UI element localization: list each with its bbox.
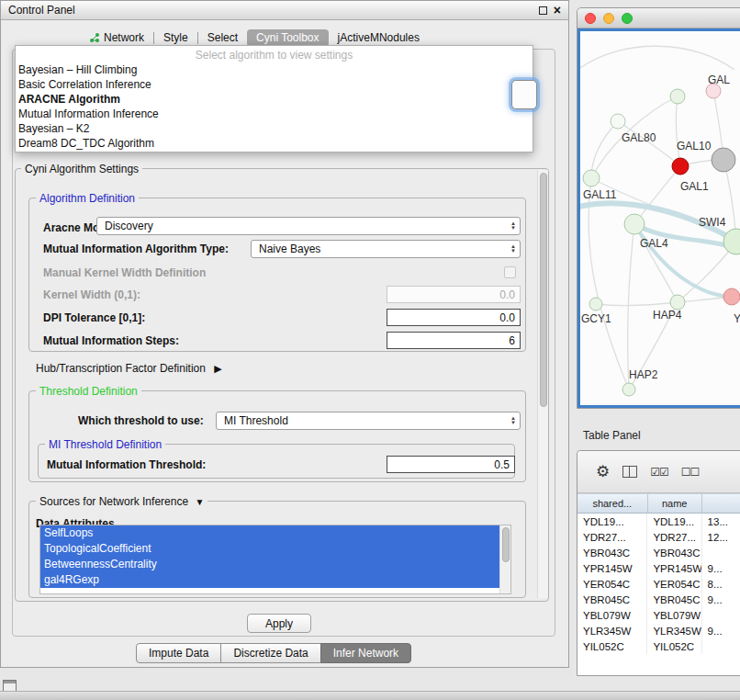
collapsed-arrow-icon[interactable]: ▶ [214,363,221,374]
focused-button[interactable] [511,80,537,109]
table-row[interactable]: YLR345W YLR345W 9... [577,623,740,638]
table-row[interactable]: YDR27... YDR27... 12... [577,529,740,545]
threshold-definition-title: Threshold Definition [36,385,141,398]
gear-icon[interactable]: ⚙ [596,464,610,480]
expanded-arrow-icon[interactable]: ▼ [195,497,204,507]
tab-infer-network[interactable]: Infer Network [320,643,411,663]
hub-definition-section[interactable]: Hub/Transcription Factor Definition ▶ [36,362,222,375]
network-node-pink [723,288,740,305]
column-header-extra[interactable] [702,493,740,514]
mi-threshold-input[interactable]: 0.5 [387,456,515,473]
network-window-titlebar[interactable] [577,8,740,28]
table-row[interactable]: YER054C YER054C 8... [577,576,740,592]
network-node [589,298,602,310]
dpi-tolerance-input[interactable]: 0.0 [387,309,521,326]
hub-definition-label: Hub/Transcription Factor Definition [36,362,206,375]
table-cell: 12... [702,529,740,545]
table-cell: 13... [702,514,740,529]
table-cell: YER054C [647,576,701,592]
deselect-all-columns-icon[interactable]: ☐☐ [681,466,700,479]
table-cell: YLR345W [577,623,647,638]
table-cell: YBL079W [577,607,647,623]
tab-network-label: Network [104,31,144,44]
network-edge [628,224,634,390]
table-row[interactable]: YBL079W YBL079W [577,607,740,623]
table-row[interactable]: YPR145W YPR145W 9... [577,560,740,576]
tab-impute-data-label: Impute Data [149,647,208,660]
table-row[interactable]: YDL19... YDL19... 13... [577,514,740,529]
window-title: Control Panel [8,4,75,17]
tab-impute-data[interactable]: Impute Data [136,643,221,663]
settings-scrollbar[interactable] [537,170,548,598]
attribute-item-selected[interactable]: gal4RGexp [40,572,499,588]
algorithm-item[interactable]: Bayesian – K2 [16,121,533,136]
network-node [611,114,625,129]
apply-button[interactable]: Apply [247,614,311,633]
algorithm-item[interactable]: Dream8 DC_TDC Algorithm [16,136,533,151]
table-cell: YBR043C [577,545,647,560]
table-row[interactable]: YIL052C YIL052C [577,638,740,654]
tab-cyni-toolbox[interactable]: Cyni Toolbox [247,29,328,47]
attributes-scrollbar[interactable] [499,525,510,593]
apply-button-label: Apply [265,617,293,630]
kernel-width-input[interactable]: 0.0 [387,286,521,303]
algorithm-item[interactable]: Basic Correlation Inference [16,77,533,92]
minimize-traffic-light[interactable] [603,13,614,24]
close-icon[interactable]: × [554,6,561,15]
tab-discretize-data-label: Discretize Data [233,647,308,660]
table-cell: YIL052C [647,638,701,654]
table-cell: YDR27... [647,529,701,545]
mi-type-combobox[interactable]: Naive Bayes ▲▼ [251,240,521,258]
table-body: YDL19... YDL19... 13... YDR27... YDR27..… [577,514,740,654]
algorithm-item[interactable]: Bayesian – Hill Climbing [16,62,533,77]
network-node-gray [712,148,735,172]
node-label-gcy1: GCY1 [581,312,611,325]
sources-group-title[interactable]: Sources for Network Inference ▼ [36,495,207,508]
table-cell: YIL052C [577,638,647,654]
attribute-item-selected[interactable]: BetweennessCentrality [40,557,499,572]
desktop: Control Panel × Network Style Select Cyn… [0,0,740,700]
table-cell: YDL19... [577,514,647,529]
table-cell: YBR043C [647,545,701,560]
table-row[interactable]: YBR045C YBR045C 9... [577,592,740,607]
tab-network[interactable]: Network [80,29,153,47]
control-panel-tabs: Network Style Select Cyni Toolbox jActiv… [80,28,429,47]
tab-discretize-data[interactable]: Discretize Data [220,643,320,663]
table-cell: 9... [702,623,740,638]
tab-infer-network-label: Infer Network [333,647,398,660]
table-cell: YBR045C [647,592,701,607]
columns-icon[interactable] [622,466,637,478]
algorithm-dropdown-popup: Select algorithm to view settings Bayesi… [15,45,533,152]
kernel-width-label: Kernel Width (0,1): [43,288,140,301]
attribute-item-selected[interactable]: TopologicalCoefficient [40,541,499,557]
manual-kernel-checkbox[interactable] [504,266,516,278]
mi-type-value: Naive Bayes [259,243,510,255]
which-threshold-combobox[interactable]: MI Threshold ▲▼ [216,412,521,430]
tab-style[interactable]: Style [154,29,197,47]
table-row[interactable]: YBR043C YBR043C [577,545,740,560]
node-label-gal4: GAL4 [640,237,668,250]
node-label-gal11: GAL11 [583,188,617,201]
network-canvas[interactable]: GAL GAL80 GAL10 GAL11 GAL1 SWI4 GAL4 GCY… [577,28,740,408]
data-attributes-list: SelfLoops TopologicalCoefficient Between… [39,525,511,594]
tab-jactivemnodules[interactable]: jActiveMNodules [329,29,429,47]
column-header-name[interactable]: name [648,493,702,514]
select-all-columns-icon[interactable]: ☑☑ [650,466,668,479]
attributes-scrollbar-thumb[interactable] [502,527,510,562]
algorithm-item[interactable]: Mutual Information Inference [16,107,533,121]
column-header-shared[interactable]: shared... [577,493,648,514]
settings-scrollbar-thumb[interactable] [540,173,547,407]
algorithm-item-selected[interactable]: ARACNE Algorithm [16,92,533,107]
close-traffic-light[interactable] [585,13,596,24]
tab-style-label: Style [163,31,188,44]
aracne-mode-combobox[interactable]: Discovery ▲▼ [96,217,521,235]
attribute-item-selected[interactable]: SelfLoops [40,525,499,541]
float-window-icon[interactable] [539,6,547,15]
tab-select[interactable]: Select [198,29,247,47]
mi-type-label: Mutual Information Algorithm Type: [43,243,229,255]
mi-steps-input[interactable]: 6 [387,332,521,349]
zoom-traffic-light[interactable] [622,13,633,24]
combo-stepper-icon: ▲▼ [510,221,516,231]
which-threshold-value: MI Threshold [224,414,510,427]
network-node-red [672,158,689,175]
